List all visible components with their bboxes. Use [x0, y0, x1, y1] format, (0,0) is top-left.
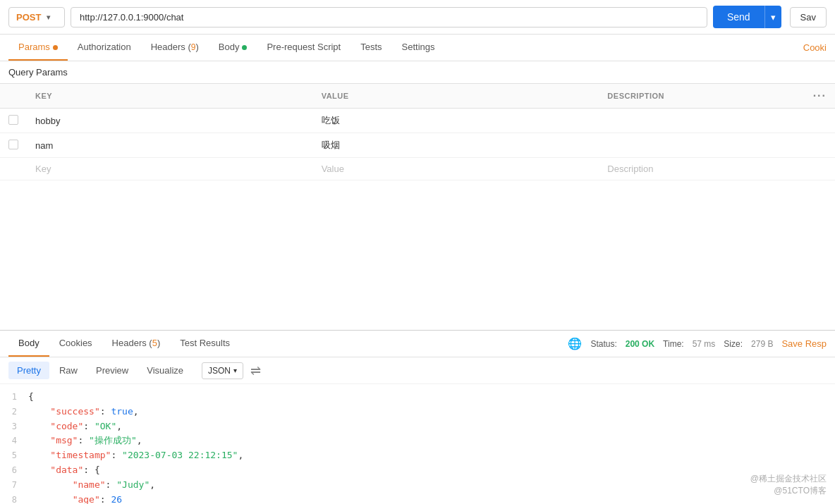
table-row: nam 吸烟 [0, 133, 835, 158]
wrap-icon[interactable]: ⇌ [250, 363, 261, 379]
globe-icon: 🌐 [568, 337, 582, 350]
code-area[interactable]: 1{2 "success": true,3 "code": "OK",4 "ms… [0, 384, 835, 504]
value-placeholder[interactable]: Value [313, 158, 599, 180]
method-select[interactable]: POST ▾ [8, 7, 65, 27]
format-tabs-bar: Pretty Raw Preview Visualize JSON ▾ ⇌ [0, 357, 835, 384]
query-params-title: Query Params [0, 61, 835, 84]
format-tab-visualize[interactable]: Visualize [138, 362, 192, 379]
time-value: 57 ms [693, 339, 716, 349]
request-tabs: Params Authorization Headers (9) Body Pr… [0, 35, 835, 61]
send-button[interactable]: Send [713, 6, 764, 28]
save-button[interactable]: Sav [790, 7, 827, 27]
request-panel: Params Authorization Headers (9) Body Pr… [0, 35, 835, 331]
code-line: 1{ [0, 390, 835, 405]
response-tab-test-results[interactable]: Test Results [170, 331, 240, 357]
format-tab-preview[interactable]: Preview [87, 362, 137, 379]
response-section: Body Cookies Headers (5) Test Results 🌐 … [0, 331, 835, 504]
response-tabs-bar: Body Cookies Headers (5) Test Results 🌐 … [0, 331, 835, 357]
response-meta: 🌐 Status: 200 OK Time: 57 ms Size: 279 B… [568, 337, 827, 350]
code-line: 2 "success": true, [0, 405, 835, 419]
bulk-edit-icon[interactable]: ··· [813, 90, 827, 102]
response-tab-headers[interactable]: Headers (5) [102, 331, 171, 357]
format-select-chevron-icon: ▾ [233, 367, 237, 374]
code-line: 6 "data": { [0, 463, 835, 478]
params-table: KEY VALUE DESCRIPTION ··· hobby 吃饭 nam 吸… [0, 84, 835, 180]
tab-settings[interactable]: Settings [392, 35, 445, 61]
response-tab-cookies[interactable]: Cookies [49, 331, 102, 357]
code-line: 8 "age": 26 [0, 493, 835, 504]
status-value: 200 OK [626, 339, 654, 349]
time-label: Time: [663, 339, 684, 349]
size-value: 279 B [751, 339, 773, 349]
params-badge [53, 45, 58, 50]
code-line: 7 "name": "Judy", [0, 478, 835, 493]
method-label: POST [16, 12, 41, 23]
param-value-2[interactable]: 吸烟 [313, 133, 599, 158]
send-dropdown-button[interactable]: ▾ [764, 6, 781, 28]
watermark-line2: @51CTO博客 [750, 485, 827, 497]
watermark: @稀土掘金技术社区 @51CTO博客 [750, 473, 827, 497]
watermark-line1: @稀土掘金技术社区 [750, 473, 827, 485]
tab-authorization[interactable]: Authorization [68, 35, 141, 61]
chevron-down-icon: ▾ [47, 13, 50, 21]
response-tab-body[interactable]: Body [8, 331, 49, 357]
table-row-placeholder: Key Value Description [0, 158, 835, 180]
code-line: 5 "timestamp": "2023-07-03 22:12:15", [0, 448, 835, 463]
key-placeholder[interactable]: Key [27, 158, 313, 180]
tab-body[interactable]: Body [209, 35, 257, 61]
row-checkbox[interactable] [8, 115, 18, 125]
tab-tests[interactable]: Tests [351, 35, 391, 61]
size-label: Size: [724, 339, 743, 349]
response-headers-count: 5 [152, 338, 157, 348]
cookies-link[interactable]: Cooki [803, 35, 827, 60]
url-input[interactable] [71, 7, 707, 27]
tab-pre-request[interactable]: Pre-request Script [257, 35, 351, 61]
desc-placeholder: Description [599, 158, 804, 180]
param-value-1[interactable]: 吃饭 [313, 109, 599, 133]
th-key: KEY [27, 84, 313, 109]
body-badge [242, 45, 247, 50]
save-response-button[interactable]: Save Resp [781, 338, 827, 349]
th-value: VALUE [313, 84, 599, 109]
row-checkbox[interactable] [8, 140, 18, 149]
code-line: 3 "code": "OK", [0, 419, 835, 434]
param-desc-2[interactable] [599, 133, 804, 158]
tab-headers[interactable]: Headers (9) [141, 35, 209, 61]
table-row: hobby 吃饭 [0, 109, 835, 133]
format-tab-raw[interactable]: Raw [51, 362, 86, 379]
send-button-group: Send ▾ [713, 6, 781, 28]
th-check [0, 84, 27, 109]
status-label: Status: [590, 339, 616, 349]
param-key-1[interactable]: hobby [27, 109, 313, 133]
th-actions: ··· [805, 84, 835, 109]
url-bar: POST ▾ Send ▾ Sav [0, 0, 835, 35]
format-tab-pretty[interactable]: Pretty [8, 362, 49, 379]
format-select[interactable]: JSON ▾ [202, 362, 243, 379]
param-key-2[interactable]: nam [27, 133, 313, 158]
tab-params[interactable]: Params [8, 35, 68, 61]
th-description: DESCRIPTION [599, 84, 804, 109]
param-desc-1[interactable] [599, 109, 804, 133]
code-line: 4 "msg": "操作成功", [0, 434, 835, 448]
